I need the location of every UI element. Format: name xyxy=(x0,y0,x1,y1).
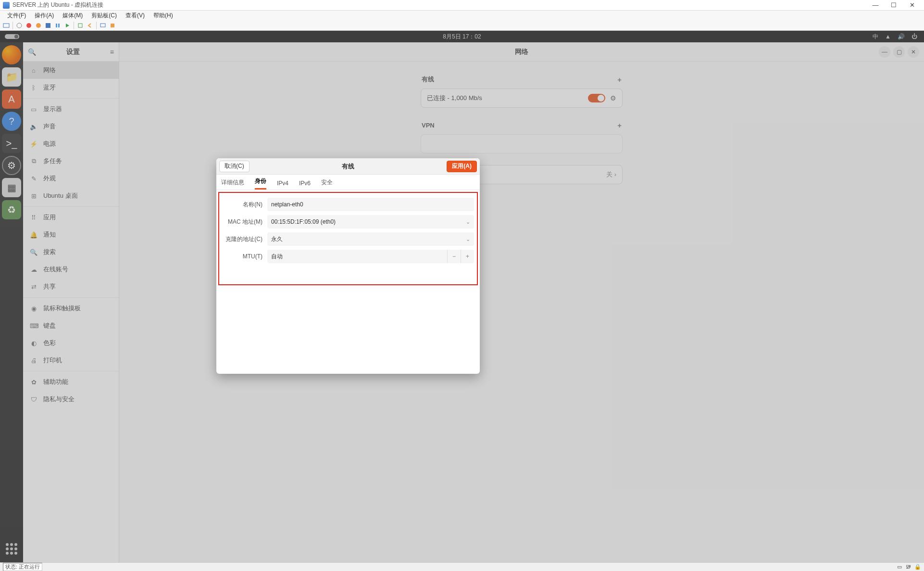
sidebar-item[interactable]: 🔍搜索 xyxy=(23,243,119,261)
dock-help[interactable]: ? xyxy=(2,112,21,131)
sidebar-item[interactable]: ✿辅助功能 xyxy=(23,373,119,391)
status-nic-icon: 🖳 xyxy=(906,564,912,571)
dock-additional[interactable]: ▦ xyxy=(2,178,21,197)
sidebar-item[interactable]: ᛒ蓝牙 xyxy=(23,79,119,96)
volume-icon[interactable]: 🔊 xyxy=(898,33,905,40)
wired-toggle[interactable] xyxy=(588,94,605,102)
svg-rect-4 xyxy=(46,23,50,28)
dialog-tab[interactable]: 安全 xyxy=(321,178,333,190)
ime-indicator[interactable]: 中 xyxy=(873,33,878,41)
tb-checkpoint[interactable] xyxy=(76,21,85,30)
dialog-tab[interactable]: 详细信息 xyxy=(221,178,244,190)
sidebar-item[interactable]: ⠿应用 xyxy=(23,209,119,226)
search-icon[interactable]: 🔍 xyxy=(28,48,36,56)
main-headerbar: 网络 — ▢ ✕ xyxy=(119,42,924,62)
tb-save[interactable] xyxy=(44,21,52,30)
tb-revert[interactable] xyxy=(86,21,94,30)
cancel-button[interactable]: 取消(C) xyxy=(219,161,250,172)
activities-button[interactable] xyxy=(5,34,19,39)
tb-enhanced[interactable] xyxy=(99,21,107,30)
dialog-tab[interactable]: IPv6 xyxy=(299,180,311,190)
chevron-right-icon: › xyxy=(614,171,616,178)
svg-marker-7 xyxy=(66,24,69,27)
dialog-tab[interactable]: IPv4 xyxy=(277,180,288,190)
hyperv-statusbar: 状态: 正在运行 ▭ 🖳 🔒 xyxy=(0,562,924,571)
dock-trash[interactable]: ♻ xyxy=(2,200,21,219)
menu-icon[interactable]: ≡ xyxy=(110,48,114,56)
sidebar-item-label: 外观 xyxy=(43,174,56,183)
sidebar-item[interactable]: ⊞Ubuntu 桌面 xyxy=(23,187,119,204)
sidebar-item-label: 多任务 xyxy=(43,157,62,165)
system-tray[interactable]: 中 ▲ 🔊 ⏻ xyxy=(873,33,924,41)
mtu-decrease[interactable]: − xyxy=(447,250,461,263)
sidebar-item-icon: ᛒ xyxy=(30,84,37,91)
name-input[interactable]: netplan-eth0 xyxy=(267,198,474,211)
add-wired-button[interactable]: + xyxy=(617,76,622,84)
dock-files[interactable]: 📁 xyxy=(2,67,21,87)
window-minimize[interactable]: — xyxy=(866,1,885,9)
proxy-value: 关 xyxy=(606,171,612,178)
mac-label: MAC 地址(M) xyxy=(222,218,267,226)
network-icon[interactable]: ▲ xyxy=(885,33,891,40)
sidebar-item[interactable]: ▭显示器 xyxy=(23,101,119,118)
sidebar-item[interactable]: ◉鼠标和触摸板 xyxy=(23,300,119,317)
field-mtu: MTU(T) 自动 − + xyxy=(222,250,474,263)
ubuntu-top-panel: 8月5日 17：02 中 ▲ 🔊 ⏻ xyxy=(0,31,924,42)
sidebar-item-icon: ⇄ xyxy=(30,283,37,291)
sidebar-item[interactable]: ☁在线账号 xyxy=(23,261,119,278)
vpn-section: VPN + xyxy=(421,119,623,153)
menu-clipboard[interactable]: 剪贴板(C) xyxy=(87,11,121,21)
mac-select[interactable]: 00:15:5D:1F:05:09 (eth0)⌄ xyxy=(267,215,474,228)
sidebar-item[interactable]: 🛡隐私与安全 xyxy=(23,391,119,408)
window-close[interactable]: ✕ xyxy=(903,1,921,9)
sidebar-item[interactable]: ◐色彩 xyxy=(23,334,119,352)
sidebar-item[interactable]: ⇄共享 xyxy=(23,278,119,295)
win-minimize[interactable]: — xyxy=(879,46,890,58)
window-maximize[interactable]: ☐ xyxy=(885,1,903,9)
menu-view[interactable]: 查看(V) xyxy=(121,11,149,21)
dock-show-apps[interactable] xyxy=(2,539,21,558)
dock-firefox[interactable] xyxy=(2,45,21,64)
tb-ctrl-alt-del[interactable] xyxy=(2,21,11,30)
sidebar-item[interactable]: ✎外观 xyxy=(23,170,119,187)
sidebar-item-icon: ✎ xyxy=(30,175,37,182)
sidebar-item-icon: 🔍 xyxy=(30,249,37,256)
sidebar-item-icon: 🔔 xyxy=(30,231,37,239)
sidebar-item-label: 在线账号 xyxy=(43,265,68,274)
sidebar-item[interactable]: 🔈声音 xyxy=(23,118,119,135)
cloned-select[interactable]: 永久⌄ xyxy=(267,232,474,246)
dock-software[interactable]: A xyxy=(2,89,21,109)
menu-file[interactable]: 文件(F) xyxy=(3,11,30,21)
settings-sidebar: 🔍 设置 ≡ ⌂网络ᛒ蓝牙▭显示器🔈声音⚡电源⧉多任务✎外观⊞Ubuntu 桌面… xyxy=(23,42,119,562)
dialog-tab[interactable]: 身份 xyxy=(255,177,266,190)
win-close[interactable]: ✕ xyxy=(908,46,919,58)
sidebar-item-icon: ✿ xyxy=(30,379,37,386)
dock-terminal[interactable]: >_ xyxy=(2,134,21,153)
sidebar-item[interactable]: ⌂网络 xyxy=(23,62,119,79)
clock[interactable]: 8月5日 17：02 xyxy=(443,33,481,41)
sidebar-item[interactable]: ⚡电源 xyxy=(23,135,119,152)
dock-settings[interactable]: ⚙ xyxy=(2,156,21,175)
sidebar-item[interactable]: 🔔通知 xyxy=(23,226,119,243)
win-maximize[interactable]: ▢ xyxy=(893,46,905,58)
power-icon[interactable]: ⏻ xyxy=(912,33,917,40)
menu-media[interactable]: 媒体(M) xyxy=(58,11,87,21)
sidebar-item[interactable]: ⧉多任务 xyxy=(23,152,119,170)
sidebar-item[interactable]: 🖨打印机 xyxy=(23,352,119,369)
mtu-stepper[interactable]: 自动 − + xyxy=(267,250,474,263)
sidebar-item-label: 声音 xyxy=(43,122,56,131)
tb-reset[interactable] xyxy=(63,21,72,30)
mtu-increase[interactable]: + xyxy=(461,250,474,263)
menu-help[interactable]: 帮助(H) xyxy=(149,11,177,21)
menu-action[interactable]: 操作(A) xyxy=(30,11,58,21)
sidebar-item[interactable]: ⌨键盘 xyxy=(23,317,119,334)
tb-share[interactable] xyxy=(108,21,117,30)
tb-turnoff[interactable] xyxy=(25,21,33,30)
mtu-label: MTU(T) xyxy=(222,253,267,260)
wired-settings-icon[interactable]: ⚙ xyxy=(610,94,616,102)
tb-pause[interactable] xyxy=(53,21,62,30)
add-vpn-button[interactable]: + xyxy=(617,121,622,129)
tb-shutdown[interactable] xyxy=(34,21,43,30)
apply-button[interactable]: 应用(A) xyxy=(447,161,477,172)
tb-start[interactable] xyxy=(15,21,24,30)
